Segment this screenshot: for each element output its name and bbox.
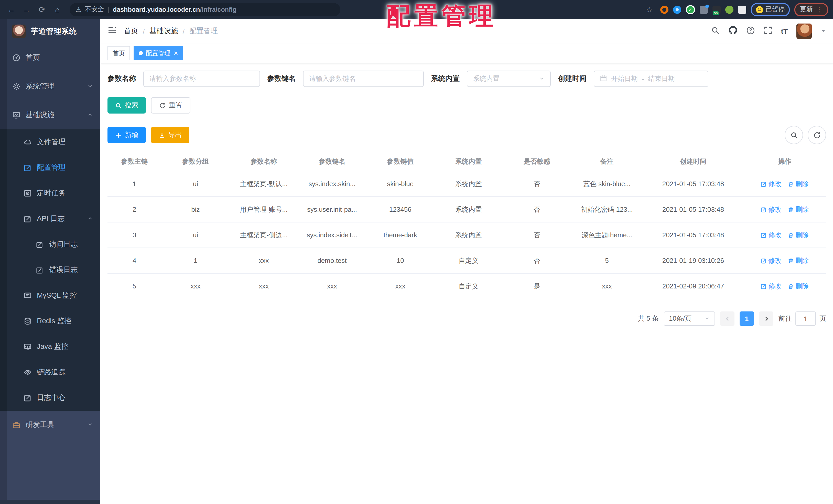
date-end-placeholder: 结束日期 — [648, 74, 675, 83]
font-size-icon[interactable]: tT — [781, 27, 788, 35]
github-icon[interactable] — [728, 26, 738, 37]
sidebar-item-log-center[interactable]: 日志中心 — [0, 385, 100, 411]
cell-key: sys.index.sideT... — [298, 231, 366, 239]
goto-page-input[interactable] — [795, 311, 816, 326]
extension-check-icon[interactable]: ✓ — [686, 5, 695, 14]
cell-sensitive: 否 — [503, 205, 571, 214]
next-page-button[interactable] — [759, 311, 774, 326]
cell-builtin: 系统内置 — [434, 179, 503, 188]
page-size-select[interactable]: 10条/页 — [664, 311, 715, 326]
sidebar-item-dev-tools[interactable]: 研发工具 — [0, 411, 100, 439]
builtin-select[interactable]: 系统内置 — [467, 71, 551, 87]
search-icon[interactable] — [711, 26, 720, 36]
sidebar-item-api-log[interactable]: API 日志 — [0, 206, 100, 232]
cell-value: xxx — [366, 282, 434, 290]
cloud-icon — [24, 138, 32, 146]
sidebar-item-trace[interactable]: 链路追踪 — [0, 359, 100, 385]
cell-actions: 修改 删除 — [743, 230, 826, 240]
close-icon[interactable]: ✕ — [173, 50, 178, 56]
param-key-input[interactable]: 请输入参数键名 — [303, 71, 424, 87]
breadcrumb-infra[interactable]: 基础设施 — [149, 27, 178, 36]
log-edit-icon — [24, 394, 32, 402]
param-name-input[interactable]: 请输入参数名称 — [143, 71, 260, 87]
edit-link[interactable]: 修改 — [761, 256, 782, 265]
extension-green-icon[interactable] — [725, 5, 733, 14]
sidebar-item-label: 错误日志 — [49, 266, 93, 275]
sidebar-item-system[interactable]: 系统管理 — [0, 72, 100, 101]
bookmark-star-icon[interactable]: ☆ — [643, 3, 656, 16]
chevron-down-icon — [87, 82, 93, 91]
cell-group: 1 — [162, 257, 230, 264]
cell-remark: 深色主题theme... — [571, 230, 643, 240]
extension-orange-icon[interactable] — [660, 5, 668, 14]
extension-pin-icon[interactable] — [673, 5, 681, 14]
chevron-down-icon — [87, 421, 93, 429]
sidebar-item-access-log[interactable]: 访问日志 — [0, 232, 100, 257]
prev-page-button[interactable] — [720, 311, 735, 326]
edit-link[interactable]: 修改 — [761, 230, 782, 240]
sidebar-item-redis[interactable]: Redis 监控 — [0, 308, 100, 334]
current-page[interactable]: 1 — [740, 311, 754, 326]
cell-builtin: 自定义 — [434, 256, 503, 265]
browser-menu-icon[interactable]: ⋮ — [816, 6, 823, 13]
link-label: 删除 — [795, 179, 809, 188]
toggle-search-button[interactable] — [785, 126, 803, 144]
back-icon[interactable]: ← — [5, 3, 17, 16]
paused-badge[interactable]: 已暂停 — [751, 3, 790, 16]
edit-link[interactable]: 修改 — [761, 281, 782, 291]
refresh-table-button[interactable] — [808, 126, 826, 144]
tag-home[interactable]: 首页 — [108, 46, 130, 60]
sidebar-item-home[interactable]: 首页 — [0, 44, 100, 72]
fullscreen-icon[interactable] — [764, 26, 772, 36]
chrome-toolbar: ☆ ✓ 已暂停 更新 ⋮ — [643, 3, 828, 16]
delete-link[interactable]: 删除 — [788, 256, 809, 265]
extension-on-badge-icon[interactable] — [712, 5, 720, 14]
edit-link[interactable]: 修改 — [761, 179, 782, 188]
sidebar-item-config[interactable]: 配置管理 — [0, 155, 100, 180]
cell-remark: 初始化密码 123... — [571, 205, 643, 214]
sidebar-item-mysql[interactable]: MySQL 监控 — [0, 283, 100, 308]
update-button[interactable]: 更新 ⋮ — [794, 3, 828, 16]
trash-icon — [788, 232, 794, 238]
trash-icon — [788, 206, 794, 212]
sidebar-item-error-log[interactable]: 错误日志 — [0, 257, 100, 283]
date-range-picker[interactable]: 开始日期 - 结束日期 — [594, 71, 708, 87]
cell-sensitive: 是 — [503, 281, 571, 291]
sidebar: 芋道管理系统 首页 系统管理 基础设施 — [0, 19, 100, 504]
sidebar-item-java[interactable]: Java 监控 — [0, 334, 100, 359]
cell-name: 用户管理-账号... — [230, 205, 298, 214]
placeholder-text: 系统内置 — [473, 74, 500, 83]
table-row: 1 ui 主框架页-默认... sys.index.skin... skin-b… — [108, 171, 826, 197]
sidebar-item-job[interactable]: 定时任务 — [0, 180, 100, 206]
sidebar-item-file[interactable]: 文件管理 — [0, 129, 100, 155]
sidebar-item-label: 研发工具 — [26, 420, 82, 430]
delete-link[interactable]: 删除 — [788, 281, 809, 291]
delete-link[interactable]: 删除 — [788, 205, 809, 214]
column-header: 系统内置 — [434, 157, 503, 166]
page-size-value: 10条/页 — [669, 314, 691, 323]
export-button[interactable]: 导出 — [151, 127, 189, 143]
address-bar[interactable]: ⚠ 不安全 | dashboard.yudao.iocoder.cn/infra… — [70, 3, 340, 16]
sidebar-item-infra[interactable]: 基础设施 — [0, 101, 100, 129]
monitor-chart-icon — [12, 111, 21, 119]
reload-icon[interactable]: ⟳ — [36, 3, 48, 16]
reset-button[interactable]: 重置 — [151, 97, 190, 114]
home-icon[interactable]: ⌂ — [51, 3, 64, 16]
forward-icon[interactable]: → — [21, 3, 33, 16]
avatar[interactable] — [796, 24, 812, 39]
delete-link[interactable]: 删除 — [788, 179, 809, 188]
cell-id: 1 — [108, 180, 162, 188]
goto-suffix-label: 页 — [819, 314, 826, 323]
add-button[interactable]: 新增 — [108, 127, 146, 143]
edit-link[interactable]: 修改 — [761, 205, 782, 214]
collapse-sidebar-icon[interactable] — [108, 26, 117, 37]
breadcrumb-home[interactable]: 首页 — [124, 27, 138, 36]
help-icon[interactable] — [746, 26, 755, 36]
search-button[interactable]: 搜索 — [108, 97, 146, 114]
app-logo-row[interactable]: 芋道管理系统 — [0, 19, 100, 44]
extension-puzzle-icon[interactable] — [699, 5, 708, 14]
tag-config[interactable]: 配置管理 ✕ — [134, 46, 183, 60]
extensions-menu-icon[interactable] — [738, 5, 746, 14]
user-menu-caret-icon[interactable] — [820, 27, 826, 36]
delete-link[interactable]: 删除 — [788, 230, 809, 240]
